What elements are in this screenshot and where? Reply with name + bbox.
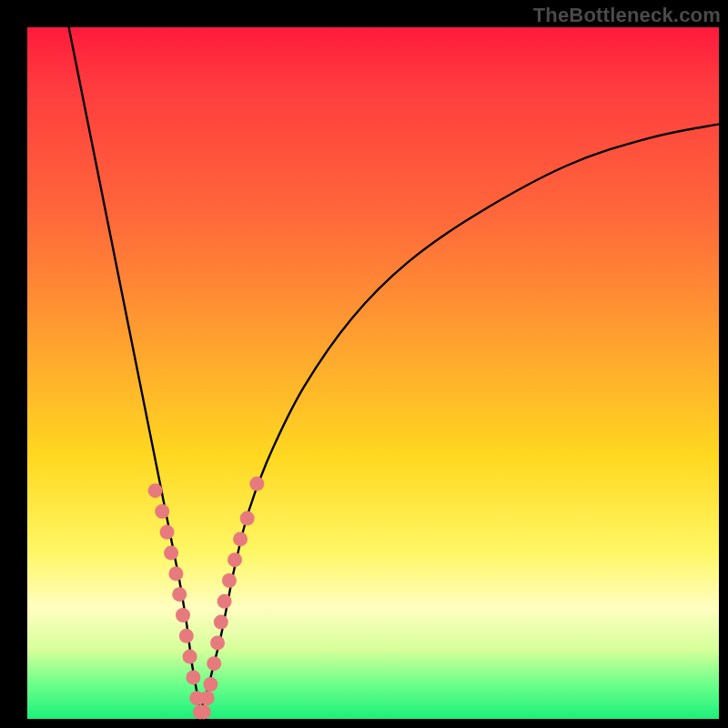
data-point — [168, 566, 183, 581]
plot-area — [27, 27, 719, 719]
data-point — [183, 650, 197, 664]
data-point — [240, 511, 255, 526]
data-point — [249, 477, 264, 491]
data-point — [222, 573, 237, 588]
data-point — [160, 525, 175, 540]
curve-right-branch — [200, 124, 719, 712]
watermark-text: TheBottleneck.com — [533, 4, 721, 27]
data-point — [233, 531, 248, 546]
data-point — [148, 483, 163, 498]
data-point — [155, 504, 169, 519]
chart-frame: TheBottleneck.com — [0, 0, 728, 728]
data-point — [197, 704, 211, 719]
data-point — [203, 677, 217, 692]
data-point — [228, 552, 242, 567]
data-point — [214, 615, 228, 630]
data-point — [172, 587, 187, 602]
data-point — [179, 629, 194, 643]
chart-svg — [27, 27, 719, 719]
data-point-group — [148, 477, 265, 720]
data-point — [207, 656, 221, 671]
data-point — [176, 608, 190, 622]
data-point — [164, 546, 178, 561]
data-point — [217, 594, 232, 609]
data-point — [186, 670, 200, 684]
data-point — [200, 691, 215, 705]
data-point — [210, 635, 225, 650]
